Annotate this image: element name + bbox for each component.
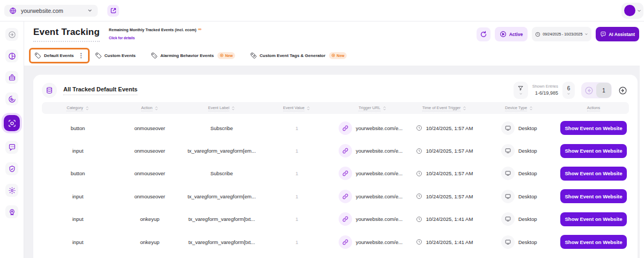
- clock-icon: [416, 148, 422, 154]
- content-area: All Tracked Default Events Shown Entries…: [24, 66, 644, 258]
- column-header-event-label[interactable]: Event Label: [186, 105, 258, 111]
- sidebar-item-security[interactable]: [5, 162, 18, 175]
- cell-actions: Show Event on Website: [558, 189, 629, 203]
- show-event-button[interactable]: Show Event on Website: [560, 144, 627, 158]
- clock-icon: [416, 193, 422, 199]
- tag-icon: [34, 52, 41, 59]
- clock-icon: [416, 239, 422, 245]
- new-badge: New: [329, 52, 346, 59]
- sidebar-item-settings[interactable]: [5, 184, 18, 197]
- link-chip[interactable]: [339, 212, 352, 226]
- column-header-device-type[interactable]: Device Type: [480, 105, 558, 111]
- device-chip: [501, 212, 515, 226]
- current-page[interactable]: 1: [596, 83, 611, 98]
- cell-category: input: [42, 239, 114, 245]
- sidebar-item-sessions[interactable]: [5, 92, 18, 105]
- clock-icon: [416, 125, 422, 131]
- tab-alarming-behavior-events[interactable]: Alarming Behavior Events New: [151, 52, 235, 59]
- sort-icon: [463, 106, 466, 111]
- cell-device-type: Desktop: [480, 121, 558, 135]
- tabs: Default Events ⋮ Custom Events Alarming …: [24, 45, 644, 66]
- chevron-down-icon: [567, 92, 570, 96]
- filter-button[interactable]: [514, 82, 528, 99]
- briefcase-icon: [8, 74, 16, 82]
- refresh-icon: [480, 31, 487, 38]
- link-chip[interactable]: [339, 235, 352, 249]
- tab-menu-dots-icon[interactable]: ⋮: [78, 53, 84, 59]
- next-page-button[interactable]: [616, 84, 629, 97]
- chat-bubble-icon: [8, 144, 16, 152]
- cell-device-type: Desktop: [480, 144, 558, 157]
- tab-custom-events[interactable]: Custom Events: [95, 52, 136, 59]
- monitor-icon: [504, 125, 511, 132]
- panel-toggle-icon: [8, 31, 16, 39]
- monitor-icon: [504, 239, 511, 246]
- prev-page-button[interactable]: [582, 83, 596, 98]
- new-badge-label: New: [336, 54, 344, 58]
- sidebar-item-business[interactable]: [5, 71, 18, 84]
- ai-assistant-button[interactable]: AI Assistant: [596, 27, 639, 41]
- sidebar-item-analytics[interactable]: [5, 49, 18, 62]
- table-row: input onkeyup tx_varegform_varegform[txt…: [42, 208, 629, 231]
- external-link-icon: [110, 7, 117, 14]
- monitor-icon: [504, 147, 511, 154]
- sidebar-item-event-tracking[interactable]: [4, 115, 20, 131]
- cell-actions: Show Event on Website: [558, 212, 629, 226]
- clock-icon: [416, 216, 422, 223]
- user-menu[interactable]: [621, 3, 643, 19]
- link-chip[interactable]: [339, 190, 352, 203]
- show-event-button[interactable]: Show Event on Website: [560, 189, 627, 203]
- cell-trigger-url: yourwebsite.com/e...: [336, 167, 409, 180]
- table-body: button onmouseover Subscribe 1 yourwebsi…: [42, 117, 629, 253]
- column-header-event-value[interactable]: Event Value: [258, 105, 336, 111]
- tag-icon: [95, 52, 102, 59]
- gauge-icon: [8, 95, 16, 103]
- gear-icon: [8, 187, 16, 195]
- globe-icon: [9, 7, 17, 15]
- cell-event-label: tx_varegform_varegform[txt...: [186, 216, 258, 222]
- shown-entries-value: 1-6/19,985: [532, 90, 558, 97]
- sort-icon: [383, 106, 386, 111]
- tab-default-events[interactable]: Default Events: [34, 52, 74, 59]
- link-chip[interactable]: [339, 121, 352, 135]
- date-range-picker[interactable]: 09/24/2025 - 10/23/2025: [532, 27, 591, 41]
- show-event-button[interactable]: Show Event on Website: [560, 121, 627, 135]
- date-range-value: 09/24/2025 - 10/23/2025: [543, 32, 582, 36]
- column-header-trigger-url[interactable]: Trigger URL: [336, 105, 409, 111]
- tracking-status-label: Active: [509, 32, 523, 37]
- sidebar-collapse-button[interactable]: [5, 28, 18, 41]
- link-chip[interactable]: [339, 167, 352, 180]
- open-website-button[interactable]: [107, 5, 119, 17]
- refresh-button[interactable]: [477, 27, 491, 41]
- sidebar-item-location[interactable]: [5, 205, 18, 218]
- focus-target-icon: [8, 119, 17, 128]
- column-header-category[interactable]: Category: [42, 105, 114, 111]
- cell-category: input: [42, 194, 114, 199]
- new-badge-icon: [331, 53, 335, 58]
- tracking-status-button[interactable]: Active: [495, 27, 528, 41]
- pie-chart-icon: [8, 52, 16, 60]
- show-event-button[interactable]: Show Event on Website: [560, 167, 627, 181]
- cell-action: onkeyup: [114, 216, 186, 222]
- cell-device-type: Desktop: [480, 190, 558, 203]
- cell-time: 10/24/2025, 1:57 AM: [409, 125, 480, 131]
- cell-trigger-url: yourwebsite.com/e...: [336, 235, 409, 249]
- link-chip[interactable]: [339, 144, 352, 157]
- database-chip: [42, 83, 57, 98]
- new-badge: New: [217, 52, 235, 59]
- column-header-time[interactable]: Time of Event Trigger: [409, 105, 480, 111]
- show-event-button[interactable]: Show Event on Website: [560, 235, 627, 249]
- website-name: yourwebsite.com: [21, 8, 83, 14]
- website-selector[interactable]: yourwebsite.com: [4, 5, 98, 17]
- show-event-button[interactable]: Show Event on Website: [560, 212, 627, 226]
- page-size-select[interactable]: 6: [562, 82, 575, 99]
- tab-custom-event-tags[interactable]: Custom Event Tags & Generator New: [250, 52, 347, 59]
- infinity-symbol: ∞: [198, 27, 201, 32]
- cell-action: onkeyup: [114, 239, 186, 245]
- details-link[interactable]: Click for details: [109, 36, 135, 40]
- monitor-icon: [504, 193, 511, 200]
- sidebar-item-feedback[interactable]: [5, 141, 18, 154]
- ai-assistant-label: AI Assistant: [609, 32, 635, 37]
- chevron-down-icon: [87, 8, 93, 13]
- column-header-action[interactable]: Action: [114, 105, 186, 111]
